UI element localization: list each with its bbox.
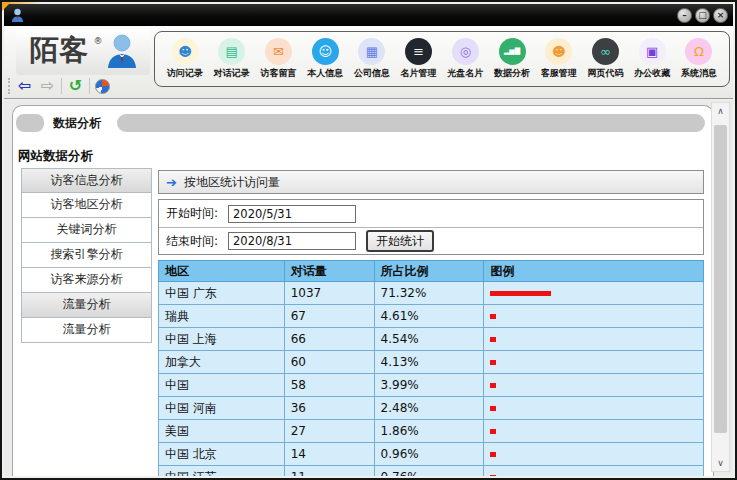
- browser-home-icon[interactable]: [95, 79, 110, 94]
- toolbar-item-disc-card[interactable]: ◎光盘名片: [442, 38, 488, 80]
- start-time-label: 开始时间:: [166, 205, 228, 222]
- region-cell: 美国: [159, 420, 285, 443]
- service-manage-icon: ☻: [545, 38, 572, 65]
- toolbar-item-label: 客服管理: [541, 67, 577, 80]
- toolbar-item-label: 网页代码: [587, 67, 623, 80]
- scroll-down-arrow-icon[interactable]: ∨: [712, 455, 729, 471]
- legend-bar: [490, 314, 496, 319]
- close-button[interactable]: ×: [713, 8, 728, 23]
- end-time-input[interactable]: [228, 232, 356, 250]
- table-row: 瑞典674.61%: [159, 305, 704, 328]
- toolbar-item-office-favorites[interactable]: ▣办公收藏: [629, 38, 675, 80]
- percent-cell: 4.13%: [374, 351, 484, 374]
- toolbar-item-label: 对话记录: [214, 67, 250, 80]
- dialogs-cell: 67: [284, 305, 374, 328]
- percent-cell: 4.54%: [374, 328, 484, 351]
- sidebar-item[interactable]: 流量分析: [21, 318, 152, 343]
- dialogs-cell: 60: [284, 351, 374, 374]
- toolbar-item-label: 系统消息: [681, 67, 717, 80]
- sidebar-item[interactable]: 访客信息分析: [21, 168, 152, 193]
- legend-cell: [484, 282, 704, 305]
- system-message-icon: Ω: [685, 38, 712, 65]
- data-analysis-icon: ▂▅▇: [499, 38, 526, 65]
- toolbar-item-visit-records[interactable]: ☻访问记录: [162, 38, 208, 80]
- toolbar-item-web-code[interactable]: ∞网页代码: [582, 38, 628, 80]
- sidebar-item[interactable]: 搜索引擎分析: [21, 243, 152, 268]
- toolbar-item-chat-records[interactable]: ▤对话记录: [209, 38, 255, 80]
- table-row: 中国 江苏110.76%: [159, 466, 704, 477]
- minimize-button[interactable]: –: [677, 8, 692, 23]
- column-header: 所占比例: [374, 261, 484, 282]
- sidebar-menu: 访客信息分析访客地区分析关键词分析搜索引擎分析访客来源分析流量分析流量分析: [21, 168, 152, 343]
- toolbar-area: 陌客® ☻访问记录▤对话记录✉访客留言☺本人信息▦公司信息≡名片管理◎光盘名片▂…: [4, 26, 733, 99]
- legend-bar: [490, 406, 496, 411]
- toolbar-item-system-message[interactable]: Ω系统消息: [676, 38, 722, 80]
- legend-bar: [490, 475, 496, 476]
- toolbar-grip[interactable]: [8, 78, 11, 94]
- toolbar-item-card-manage[interactable]: ≡名片管理: [396, 38, 442, 80]
- main-column: ➔ 按地区统计访问量 开始时间: 结束时间: 开始统计: [158, 170, 704, 476]
- table-row: 中国 广东103771.32%: [159, 282, 704, 305]
- sidebar-item[interactable]: 访客地区分析: [21, 193, 152, 218]
- toolbar-item-data-analysis[interactable]: ▂▅▇数据分析: [489, 38, 535, 80]
- legend-cell: [484, 351, 704, 374]
- percent-cell: 4.61%: [374, 305, 484, 328]
- percent-cell: 1.86%: [374, 420, 484, 443]
- back-button[interactable]: ⇦: [16, 78, 33, 94]
- legend-bar: [490, 383, 496, 388]
- dialogs-cell: 66: [284, 328, 374, 351]
- scrollbar-thumb[interactable]: [714, 125, 727, 433]
- dialogs-cell: 1037: [284, 282, 374, 305]
- dialogs-cell: 11: [284, 466, 374, 477]
- dialogs-cell: 14: [284, 443, 374, 466]
- toolbar-item-label: 访问记录: [167, 67, 203, 80]
- table-header-row: 地区对话量所占比例图例: [159, 261, 704, 282]
- legend-cell: [484, 397, 704, 420]
- region-cell: 中国 上海: [159, 328, 285, 351]
- disc-card-icon: ◎: [452, 38, 479, 65]
- sidebar-item[interactable]: 关键词分析: [21, 218, 152, 243]
- column-header: 对话量: [284, 261, 374, 282]
- percent-cell: 0.96%: [374, 443, 484, 466]
- toolbar-item-visitor-message[interactable]: ✉访客留言: [255, 38, 301, 80]
- toolbar-item-label: 数据分析: [494, 67, 530, 80]
- start-time-input[interactable]: [228, 205, 356, 223]
- legend-bar: [490, 429, 496, 434]
- date-range-form: 开始时间: 结束时间: 开始统计: [158, 199, 704, 255]
- maximize-button[interactable]: □: [695, 8, 710, 23]
- toolbar-item-my-profile[interactable]: ☺本人信息: [302, 38, 348, 80]
- logo-avatar-icon: [107, 34, 137, 70]
- start-statistics-button[interactable]: 开始统计: [366, 230, 434, 252]
- app-logo: 陌客®: [16, 29, 150, 75]
- toolbar-item-service-manage[interactable]: ☻客服管理: [536, 38, 582, 80]
- toolbar-item-company-info[interactable]: ▦公司信息: [349, 38, 395, 80]
- table-row: 中国 北京140.96%: [159, 443, 704, 466]
- sidebar-item[interactable]: 访客来源分析: [21, 268, 152, 293]
- tab-strip-left-segment: [16, 114, 44, 132]
- table-body: 中国 广东103771.32%瑞典674.61%中国 上海664.54%加拿大6…: [159, 282, 704, 477]
- region-cell: 中国 北京: [159, 443, 285, 466]
- dialogs-cell: 27: [284, 420, 374, 443]
- forward-button[interactable]: ⇨: [38, 78, 55, 94]
- percent-cell: 71.32%: [374, 282, 484, 305]
- scroll-up-arrow-icon[interactable]: ∧: [712, 103, 729, 119]
- toolbar-separator: [89, 78, 90, 94]
- column-header: 地区: [159, 261, 285, 282]
- table-row: 加拿大604.13%: [159, 351, 704, 374]
- tab-data-analysis[interactable]: 数据分析: [53, 113, 101, 133]
- region-cell: 中国 河南: [159, 397, 285, 420]
- sidebar-item[interactable]: 流量分析: [21, 293, 152, 318]
- vertical-scrollbar[interactable]: ∧ ∨: [711, 102, 730, 472]
- toolbar-separator: [61, 78, 62, 94]
- web-code-icon: ∞: [592, 38, 619, 65]
- company-info-icon: ▦: [358, 38, 385, 65]
- column-header: 图例: [484, 261, 704, 282]
- percent-cell: 2.48%: [374, 397, 484, 420]
- main-panel: 数据分析 网站数据分析 访客信息分析访客地区分析关键词分析搜索引擎分析访客来源分…: [12, 105, 714, 476]
- table-row: 中国 河南362.48%: [159, 397, 704, 420]
- refresh-button[interactable]: ↺: [67, 78, 84, 94]
- navigation-toolbar: ⇦ ⇨ ↺: [8, 75, 110, 97]
- toolbar-item-label: 名片管理: [401, 67, 437, 80]
- legend-cell: [484, 328, 704, 351]
- tab-strip: 数据分析: [13, 113, 713, 133]
